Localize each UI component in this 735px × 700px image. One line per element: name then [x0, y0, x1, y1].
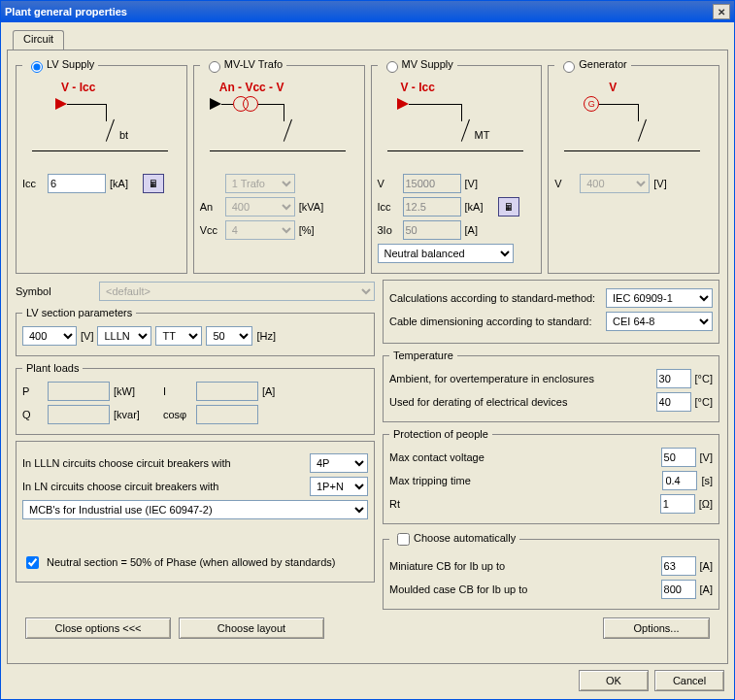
select-calc-std[interactable]: IEC 60909-1: [606, 288, 713, 308]
input-mtt[interactable]: [662, 471, 697, 490]
input-ambient[interactable]: [656, 369, 691, 388]
checkbox-neutral50[interactable]: [26, 556, 39, 569]
group-protection: Protection of people Max contact voltage…: [383, 428, 719, 524]
diag-label-trafo: An - Vcc - V: [219, 81, 284, 94]
unit-rt: [Ω]: [699, 498, 713, 510]
select-voltage[interactable]: 400: [22, 326, 77, 346]
select-freq[interactable]: 50: [206, 326, 252, 346]
diagram-trafo: An - Vcc - V: [200, 81, 358, 168]
circle-icon: [243, 96, 258, 112]
tab-circuit[interactable]: Circuit: [13, 30, 64, 50]
label-mcv: Max contact voltage: [389, 451, 657, 463]
input-p[interactable]: [48, 382, 110, 401]
cancel-button[interactable]: Cancel: [654, 670, 724, 691]
radio-mv-supply[interactable]: [386, 61, 398, 73]
input-derating[interactable]: [656, 392, 691, 412]
label-cosphi: cosφ: [163, 409, 192, 420]
close-icon[interactable]: ✕: [713, 4, 730, 19]
label-ln-cb: In LN circuits choose circuit breakers w…: [22, 481, 306, 492]
checkbox-auto[interactable]: [397, 533, 410, 546]
diagram-gen: V G: [554, 81, 713, 168]
select-earth[interactable]: TT: [155, 326, 202, 346]
label-v-gen: V: [554, 178, 576, 189]
unit-3io: [A]: [465, 224, 494, 236]
unit-i: [A]: [262, 385, 275, 397]
label-v-mv: V: [378, 178, 399, 189]
node-label-mv: MT: [475, 129, 490, 141]
triangle-icon: [397, 98, 409, 110]
input-cosphi[interactable]: [196, 405, 258, 424]
label-symbol: Symbol: [16, 285, 93, 297]
ok-button[interactable]: OK: [579, 670, 649, 691]
label-an: An: [200, 201, 221, 213]
select-ln-cb[interactable]: 1P+N: [310, 477, 368, 496]
label-3io: 3Io: [378, 224, 399, 236]
radio-trafo[interactable]: [209, 61, 220, 73]
node-label-lv: bt: [119, 129, 128, 141]
select-v-gen[interactable]: 400: [580, 174, 650, 193]
input-q[interactable]: [48, 405, 110, 424]
window-title: Plant general properties: [5, 6, 127, 17]
group-generator: Generator V G V 400 [V]: [548, 58, 719, 274]
input-mcv[interactable]: [661, 448, 696, 467]
radio-lv-supply[interactable]: [31, 61, 43, 73]
input-rt[interactable]: [660, 494, 695, 514]
label-mcb-ib: Miniature CB for Ib up to: [389, 560, 657, 572]
legend-trafo: MV-LV Trafo: [224, 58, 283, 70]
input-icc-mv[interactable]: [403, 197, 461, 217]
options-button[interactable]: Options...: [603, 617, 710, 639]
input-mcb-ib[interactable]: [661, 556, 696, 576]
unit-ambient: [°C]: [695, 373, 713, 384]
select-mcb-type[interactable]: MCB's for Industrial use (IEC 60947-2): [22, 500, 368, 519]
select-trafo-count[interactable]: 1 Trafo: [225, 174, 295, 193]
label-icc-mv: Icc: [378, 201, 399, 213]
choose-layout-button[interactable]: Choose layout: [179, 617, 324, 639]
group-temperature: Temperature Ambient, for overtemperature…: [383, 350, 719, 422]
label-lll-cb: In LLLN circuits choose circuit breakers…: [22, 457, 306, 469]
group-trafo: MV-LV Trafo An - Vcc - V 1: [193, 58, 365, 274]
select-vcc[interactable]: 4: [225, 220, 295, 240]
select-neutral[interactable]: Neutral balanced: [378, 244, 514, 263]
legend-mv: MV Supply: [402, 58, 453, 70]
label-q: Q: [22, 409, 44, 420]
unit-freq: [Hz]: [256, 330, 276, 342]
input-3io[interactable]: [403, 220, 461, 240]
group-auto-choose: Choose automatically Miniature CB for Ib…: [383, 530, 719, 610]
unit-derating: [°C]: [695, 396, 713, 408]
unit-v-gen: [V]: [653, 178, 683, 189]
calc-icon[interactable]: 🖩: [498, 197, 519, 217]
input-mccb-ib[interactable]: [661, 580, 696, 599]
input-i[interactable]: [196, 382, 258, 401]
tab-panel: LV Supply V - Icc bt Icc [kA]: [7, 50, 728, 664]
select-system[interactable]: LLLN: [97, 326, 151, 346]
legend-auto: Choose automatically: [414, 532, 516, 544]
input-v-mv[interactable]: [403, 174, 461, 193]
select-cable-std[interactable]: CEI 64-8: [606, 312, 713, 331]
close-options-button[interactable]: Close options <<<: [25, 617, 171, 639]
label-derating: Used for derating of electrical devices: [389, 396, 652, 408]
unit-p: [kW]: [114, 385, 135, 397]
label-i: I: [163, 385, 192, 397]
label-neutral50: Neutral section = 50% of Phase (when all…: [47, 556, 335, 568]
radio-generator[interactable]: [563, 61, 575, 73]
group-lv-section: LV section parameters 400 [V] LLLN TT 50…: [16, 307, 375, 356]
legend-loads: Plant loads: [22, 362, 83, 374]
diagram-mv: V - Icc MT: [378, 81, 536, 168]
label-rt: Rt: [389, 498, 656, 510]
legend-gen: Generator: [579, 58, 627, 70]
diag-label-gen: V: [609, 81, 617, 94]
unit-voltage: [V]: [81, 330, 93, 342]
legend-lv-supply: LV Supply: [47, 58, 94, 70]
input-icc-lv[interactable]: [48, 174, 106, 193]
titlebar: Plant general properties ✕: [1, 1, 734, 22]
select-lll-cb[interactable]: 4P: [310, 453, 368, 473]
unit-mtt: [s]: [701, 475, 713, 486]
label-cable-std: Cable dimensioning according to standard…: [389, 316, 602, 327]
legend-lv-section: LV section parameters: [22, 307, 136, 318]
calc-icon[interactable]: 🖩: [143, 174, 164, 193]
unit-q: [kvar]: [114, 409, 140, 420]
select-an[interactable]: 400: [225, 197, 295, 217]
select-symbol[interactable]: <default>: [99, 282, 375, 301]
unit-icc-mv: [kA]: [465, 201, 494, 213]
group-plant-loads: Plant loads P[kW] Q[kvar] I[A] cosφ: [16, 362, 375, 435]
